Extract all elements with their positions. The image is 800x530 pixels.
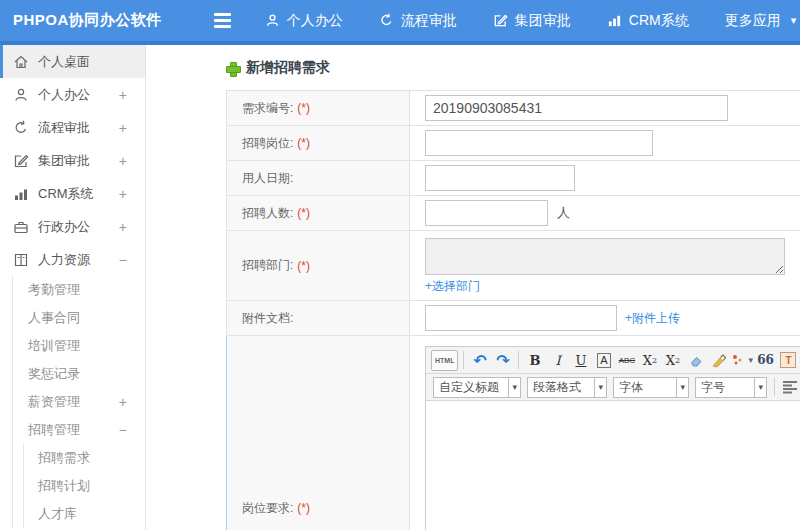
- sidebar-item-label: 薪资管理: [28, 393, 80, 411]
- sidebar-subitem-recruit-mgmt[interactable]: 招聘管理 −: [13, 416, 145, 444]
- form-row-attachment: 附件文档: +附件上传: [226, 301, 800, 336]
- paragraph-format-select[interactable]: 段落格式▾: [527, 377, 607, 398]
- sidebar-item-label: 行政办公: [38, 218, 90, 236]
- chevron-down-icon: ▾: [676, 378, 688, 397]
- field-label: 岗位要求:: [242, 500, 293, 517]
- expand-plus-icon[interactable]: +: [119, 153, 127, 169]
- editor-toolbar-bottom: 自定义标题▾ 段落格式▾ 字体▾ 字号▾: [426, 374, 800, 401]
- toolbar-divider: [518, 351, 519, 369]
- form-row-position: 招聘岗位: (*): [226, 126, 800, 161]
- expand-plus-icon[interactable]: +: [119, 87, 127, 103]
- sidebar-subitem-recruit-demand[interactable]: 招聘需求: [24, 444, 145, 472]
- sidebar-subitem-salary[interactable]: 薪资管理 +: [13, 388, 145, 416]
- blockquote-button[interactable]: 66: [755, 350, 776, 371]
- field-label: 附件文档:: [242, 310, 293, 327]
- sidebar-item-group-approval[interactable]: 集团审批 +: [0, 144, 145, 177]
- sidebar-item-label: 集团审批: [38, 152, 90, 170]
- paste-text-icon[interactable]: T: [778, 350, 799, 371]
- nav-workflow-approval[interactable]: 流程审批: [379, 12, 457, 30]
- editor-content-area[interactable]: [426, 401, 800, 530]
- toolbar-divider: [463, 351, 464, 369]
- more-apps-caret-icon[interactable]: ▾: [791, 14, 797, 27]
- home-icon: [13, 54, 29, 70]
- nav-crm-system[interactable]: CRM系统: [607, 12, 689, 30]
- form-row-hire-date: 用人日期:: [226, 161, 800, 196]
- select-department-link[interactable]: +选择部门: [425, 278, 480, 295]
- top-nav: 个人办公 流程审批 集团审批 CRM系统 更多应用: [265, 12, 800, 30]
- sidebar-subitem-training[interactable]: 培训管理: [13, 332, 145, 360]
- sidebar-subitem-attendance[interactable]: 考勤管理: [13, 276, 145, 304]
- sidebar-item-label: 招聘计划: [38, 477, 90, 495]
- html-source-button[interactable]: HTML: [431, 350, 458, 371]
- sidebar-item-label: CRM系统: [38, 185, 94, 203]
- sidebar-item-label: 奖惩记录: [28, 365, 80, 383]
- sidebar-subitem-rewards[interactable]: 奖惩记录: [13, 360, 145, 388]
- redo-icon[interactable]: ↷: [492, 350, 513, 371]
- top-navbar: PHPOA协同办公软件 个人办公 流程审批 集团审批: [0, 0, 800, 45]
- nav-label: 更多应用: [725, 12, 781, 30]
- field-label: 用人日期:: [242, 170, 293, 187]
- page-title: 新增招聘需求: [246, 59, 330, 77]
- nav-personal-office[interactable]: 个人办公: [265, 12, 343, 30]
- sidebar-item-crm-system[interactable]: CRM系统 +: [0, 177, 145, 210]
- chevron-down-icon: ▾: [754, 378, 766, 397]
- collapse-minus-icon[interactable]: −: [119, 422, 127, 438]
- headcount-input[interactable]: [425, 200, 548, 226]
- hamburger-menu-icon[interactable]: [214, 13, 231, 28]
- edit-square-icon: [493, 13, 508, 28]
- demand-no-input[interactable]: [425, 95, 728, 121]
- hire-date-input[interactable]: [425, 165, 575, 191]
- attachment-input[interactable]: [425, 305, 617, 331]
- department-textarea[interactable]: [425, 238, 785, 275]
- sidebar-item-workflow-approval[interactable]: 流程审批 +: [0, 111, 145, 144]
- attachment-upload-link[interactable]: +附件上传: [625, 310, 680, 327]
- font-style-button[interactable]: A: [593, 350, 614, 371]
- strikethrough-button[interactable]: ABC: [616, 350, 637, 371]
- align-left-icon[interactable]: [780, 377, 800, 398]
- sidebar-item-admin-office[interactable]: 行政办公 +: [0, 210, 145, 243]
- format-painter-icon[interactable]: ▾: [731, 350, 753, 371]
- sidebar-item-human-resources[interactable]: 人力资源 −: [0, 243, 145, 276]
- collapse-minus-icon[interactable]: −: [119, 252, 127, 268]
- recruit-submenu: 招聘需求 招聘计划 人才库: [23, 444, 145, 528]
- expand-plus-icon[interactable]: +: [119, 120, 127, 136]
- expand-plus-icon[interactable]: +: [119, 186, 127, 202]
- toolbar-divider: [774, 378, 775, 396]
- undo-icon[interactable]: ↶: [469, 350, 490, 371]
- required-mark: (*): [297, 101, 310, 115]
- expand-plus-icon[interactable]: +: [119, 394, 127, 410]
- sidebar-subitem-hr-contract[interactable]: 人事合同: [13, 304, 145, 332]
- subscript-button[interactable]: X2: [662, 350, 683, 371]
- expand-plus-icon[interactable]: +: [119, 219, 127, 235]
- nav-label: 集团审批: [515, 12, 571, 30]
- hr-submenu: 考勤管理 人事合同 培训管理 奖惩记录 薪资管理 + 招聘管理 −: [12, 276, 145, 528]
- app-logo: PHPOA协同办公软件: [0, 11, 162, 30]
- font-family-select[interactable]: 字体▾: [613, 377, 689, 398]
- italic-button[interactable]: I: [547, 350, 568, 371]
- sidebar-item-personal-office[interactable]: 个人办公 +: [0, 78, 145, 111]
- bold-button[interactable]: B: [524, 350, 545, 371]
- required-mark: (*): [297, 136, 310, 150]
- sidebar-subitem-recruit-plan[interactable]: 招聘计划: [24, 472, 145, 500]
- sidebar-item-label: 个人办公: [38, 86, 90, 104]
- editor-toolbar-top: HTML ↶ ↷ B I U A ABC X2: [426, 347, 800, 374]
- position-input[interactable]: [425, 130, 653, 156]
- richtext-editor: HTML ↶ ↷ B I U A ABC X2: [425, 346, 800, 530]
- flow-approval-icon: [379, 13, 394, 28]
- font-size-select[interactable]: 字号▾: [695, 377, 767, 398]
- eraser-icon[interactable]: [685, 350, 706, 371]
- sidebar-subitem-talent-pool[interactable]: 人才库: [24, 500, 145, 528]
- nav-group-approval[interactable]: 集团审批: [493, 12, 571, 30]
- user-icon: [265, 13, 280, 28]
- custom-heading-select[interactable]: 自定义标题▾: [433, 377, 521, 398]
- sidebar-item-personal-desktop[interactable]: 个人桌面: [0, 45, 145, 78]
- add-plus-icon: [226, 62, 239, 75]
- nav-label: 个人办公: [287, 12, 343, 30]
- underline-button[interactable]: U: [570, 350, 591, 371]
- form-row-requirements: 岗位要求: (*) HTML ↶ ↷ B: [226, 336, 800, 530]
- nav-more-apps[interactable]: 更多应用: [725, 12, 781, 30]
- superscript-button[interactable]: X2: [639, 350, 660, 371]
- app-window: PHPOA协同办公软件 个人办公 流程审批 集团审批: [0, 0, 800, 530]
- paintbrush-icon[interactable]: [708, 350, 729, 371]
- page-title-bar: 新增招聘需求: [226, 59, 800, 77]
